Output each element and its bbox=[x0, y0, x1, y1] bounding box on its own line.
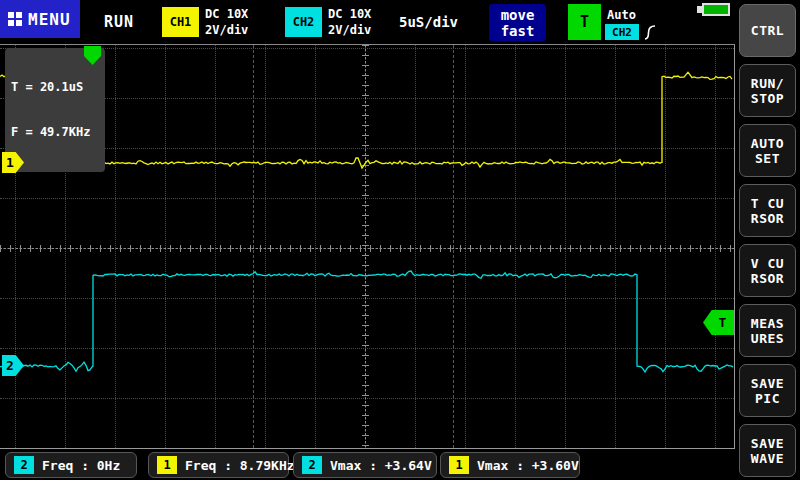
oscilloscope-screen: MENU RUN CH1 DC 10X2V/div CH2 DC 10X2V/d… bbox=[0, 0, 800, 480]
ch2-settings: DC 10X2V/div bbox=[328, 6, 371, 38]
trigger-edge-icon bbox=[644, 24, 656, 45]
measurement-text: Vmax : +3.60V bbox=[477, 458, 579, 473]
sidebar-button-ctrl[interactable]: CTRL bbox=[739, 4, 796, 57]
trigger-button[interactable]: T bbox=[568, 4, 601, 40]
ch1-trace bbox=[0, 72, 732, 168]
ch1-settings: DC 10X2V/div bbox=[205, 6, 248, 38]
channel-badge: 1 bbox=[157, 456, 177, 474]
measurement-text: Freq : 0Hz bbox=[42, 458, 120, 473]
sidebar-button-auto-set[interactable]: AUTOSET bbox=[739, 124, 796, 177]
ch2-badge[interactable]: CH2 bbox=[285, 7, 322, 37]
battery-icon bbox=[702, 3, 730, 16]
sidebar-button-measures[interactable]: MEASURES bbox=[739, 304, 796, 357]
timebase-label: 5uS/div bbox=[399, 14, 458, 30]
trigger-source-badge[interactable]: CH2 bbox=[605, 24, 639, 40]
menu-grid-icon bbox=[8, 12, 22, 26]
sidebar-button-run-stop[interactable]: RUN/STOP bbox=[739, 64, 796, 117]
ch2-coupling: DC 10X bbox=[328, 7, 371, 21]
measurement-text: Vmax : +3.64V bbox=[330, 458, 432, 473]
ch2-trace bbox=[0, 271, 733, 372]
menu-button[interactable]: MENU bbox=[0, 0, 80, 38]
scope-graticule: T = 20.1uS F = 49.7KHz 1 2 T bbox=[0, 45, 735, 448]
measurement-box: 2 Freq : 0Hz bbox=[5, 452, 137, 478]
overlay-period: T = 20.1uS bbox=[11, 80, 99, 95]
sidebar-button-t-cursor[interactable]: T CURSOR bbox=[739, 184, 796, 237]
move-fast-line1: move bbox=[501, 7, 535, 23]
sidebar-button-v-cursor[interactable]: V CURSOR bbox=[739, 244, 796, 297]
sidebar: CTRL RUN/STOP AUTOSET T CURSOR V CURSOR … bbox=[735, 0, 800, 480]
trigger-mode-label: Auto bbox=[607, 8, 636, 22]
run-status: RUN bbox=[104, 13, 134, 31]
measurement-text: Freq : 8.79KHz bbox=[185, 458, 295, 473]
overlay-frequency: F = 49.7KHz bbox=[11, 125, 99, 140]
top-bar: MENU RUN CH1 DC 10X2V/div CH2 DC 10X2V/d… bbox=[0, 0, 735, 45]
ch1-coupling: DC 10X bbox=[205, 7, 248, 21]
ch1-scale: 2V/div bbox=[205, 23, 248, 37]
sidebar-button-save-wave[interactable]: SAVEWAVE bbox=[739, 424, 796, 477]
measurement-box: 1 Vmax : +3.60V bbox=[440, 452, 580, 478]
channel-badge: 2 bbox=[14, 456, 34, 474]
move-fast-line2: fast bbox=[501, 23, 535, 39]
channel-badge: 1 bbox=[449, 456, 469, 474]
move-fast-button[interactable]: move fast bbox=[489, 4, 546, 41]
waveform-svg bbox=[0, 45, 735, 448]
bottom-bar: 2 Freq : 0Hz 1 Freq : 8.79KHz 2 Vmax : +… bbox=[0, 448, 735, 480]
measurement-box: 1 Freq : 8.79KHz bbox=[148, 452, 289, 478]
ch1-badge[interactable]: CH1 bbox=[162, 7, 199, 37]
measurement-box: 2 Vmax : +3.64V bbox=[293, 452, 437, 478]
measurement-overlay: T = 20.1uS F = 49.7KHz bbox=[5, 48, 105, 172]
menu-label: MENU bbox=[28, 10, 71, 29]
sidebar-button-save-pic[interactable]: SAVEPIC bbox=[739, 364, 796, 417]
ch2-scale: 2V/div bbox=[328, 23, 371, 37]
channel-badge: 2 bbox=[302, 456, 322, 474]
